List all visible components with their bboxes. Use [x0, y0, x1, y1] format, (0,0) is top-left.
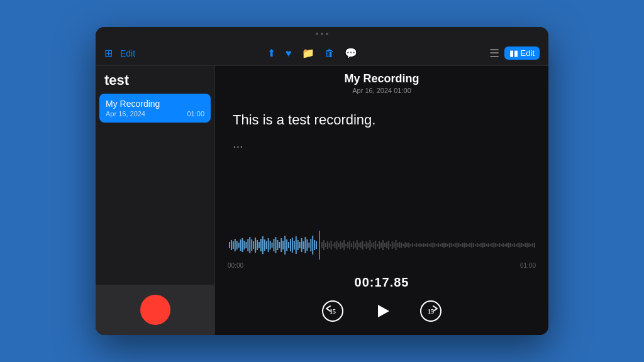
drag-dot: [321, 33, 323, 35]
svg-rect-2: [233, 241, 234, 249]
waveform-labels: 00:00 01:00: [228, 261, 536, 270]
svg-rect-71: [362, 241, 364, 250]
recording-date: Apr 16, 2024: [106, 110, 145, 118]
svg-rect-73: [366, 241, 367, 249]
svg-rect-36: [296, 236, 297, 254]
drag-bar: [96, 27, 548, 41]
svg-rect-124: [460, 244, 461, 246]
svg-rect-22: [270, 241, 271, 250]
svg-rect-121: [455, 243, 456, 247]
svg-rect-34: [292, 238, 293, 253]
svg-rect-133: [477, 243, 478, 247]
svg-rect-93: [402, 244, 404, 246]
svg-rect-45: [312, 236, 313, 255]
svg-rect-4: [236, 241, 238, 250]
delete-icon[interactable]: 🗑: [325, 48, 335, 59]
svg-rect-161: [528, 243, 530, 247]
svg-rect-60: [341, 243, 343, 248]
svg-rect-15: [257, 240, 258, 250]
waveform-visual[interactable]: [228, 229, 536, 261]
svg-rect-16: [258, 242, 260, 248]
svg-rect-104: [423, 243, 425, 247]
svg-rect-13: [253, 241, 254, 249]
svg-rect-157: [521, 243, 522, 247]
favorite-icon[interactable]: ♥: [286, 48, 292, 59]
svg-rect-17: [260, 239, 262, 251]
svg-rect-64: [349, 241, 350, 250]
svg-rect-111: [436, 244, 437, 246]
svg-rect-83: [384, 243, 386, 247]
sidebar-toggle-icon[interactable]: ⊞: [104, 47, 113, 59]
recording-list-item[interactable]: My Recording Apr 16, 2024 01:00: [99, 94, 211, 123]
recording-duration: 01:00: [187, 110, 204, 118]
edit-button[interactable]: Edit: [120, 48, 135, 58]
record-button[interactable]: [140, 295, 170, 325]
skip-forward-button[interactable]: 15: [418, 299, 443, 324]
svg-rect-69: [358, 243, 360, 247]
svg-rect-53: [329, 243, 330, 248]
svg-rect-82: [382, 240, 384, 250]
svg-rect-108: [430, 243, 431, 247]
svg-rect-9: [245, 242, 247, 248]
svg-rect-81: [380, 243, 382, 248]
svg-rect-20: [266, 241, 267, 249]
svg-rect-35: [294, 241, 295, 250]
svg-rect-140: [490, 244, 491, 246]
detail-pane: My Recording Apr 16, 2024 01:00 This is …: [215, 66, 548, 335]
share-icon[interactable]: ⬆: [267, 47, 275, 59]
svg-rect-100: [416, 243, 417, 247]
edit-pill-button[interactable]: ▮▮ Edit: [504, 47, 540, 60]
time-counter: 00:17.85: [355, 275, 409, 289]
svg-rect-8: [243, 241, 245, 250]
folder-icon[interactable]: 📁: [302, 47, 314, 59]
play-button[interactable]: [368, 297, 396, 325]
svg-rect-116: [445, 243, 447, 247]
time-display: 00:17.85: [215, 270, 548, 292]
svg-rect-29: [282, 241, 284, 250]
waveform-container[interactable]: 00:00 01:00: [215, 229, 548, 270]
svg-rect-117: [447, 244, 448, 246]
svg-rect-57: [336, 241, 337, 250]
svg-rect-65: [351, 243, 352, 247]
filter-icon[interactable]: ☰: [489, 47, 499, 60]
skip-back-button[interactable]: 15: [320, 299, 345, 324]
svg-rect-23: [272, 243, 273, 248]
svg-rect-130: [471, 243, 472, 248]
svg-rect-150: [508, 243, 509, 248]
svg-rect-51: [325, 243, 326, 247]
playback-controls: 15 15: [215, 292, 548, 335]
svg-rect-42: [306, 239, 308, 251]
svg-rect-110: [434, 243, 435, 247]
svg-rect-154: [516, 244, 517, 246]
message-icon[interactable]: 💬: [345, 47, 357, 59]
svg-rect-107: [428, 244, 430, 246]
transcript-text: This is a test recording.: [233, 111, 531, 130]
svg-rect-147: [502, 243, 504, 247]
transcript-ellipsis: ...: [233, 136, 531, 151]
svg-rect-11: [249, 237, 250, 253]
svg-rect-122: [457, 243, 458, 248]
svg-rect-101: [418, 244, 419, 246]
svg-rect-142: [493, 243, 494, 248]
svg-rect-28: [280, 238, 282, 252]
svg-rect-56: [335, 242, 336, 248]
svg-rect-156: [519, 243, 521, 248]
svg-rect-146: [501, 244, 502, 246]
svg-rect-105: [425, 244, 426, 246]
svg-rect-98: [412, 243, 413, 247]
detail-date: Apr 16, 2024 01:00: [225, 87, 538, 94]
svg-rect-103: [421, 244, 423, 246]
svg-rect-118: [449, 243, 450, 248]
svg-rect-78: [375, 241, 376, 250]
recording-meta: Apr 16, 2024 01:00: [106, 110, 204, 118]
svg-rect-10: [247, 239, 248, 251]
sidebar-title: test: [104, 72, 206, 89]
svg-rect-113: [440, 244, 441, 246]
svg-rect-87: [392, 241, 393, 249]
svg-rect-92: [401, 243, 402, 248]
toolbar-left: ⊞ Edit: [104, 47, 135, 59]
sidebar-bottom: [96, 285, 214, 335]
svg-rect-136: [482, 243, 484, 248]
main-content: test My Recording Apr 16, 2024 01:00 My …: [96, 66, 548, 335]
detail-title: My Recording: [225, 72, 538, 85]
